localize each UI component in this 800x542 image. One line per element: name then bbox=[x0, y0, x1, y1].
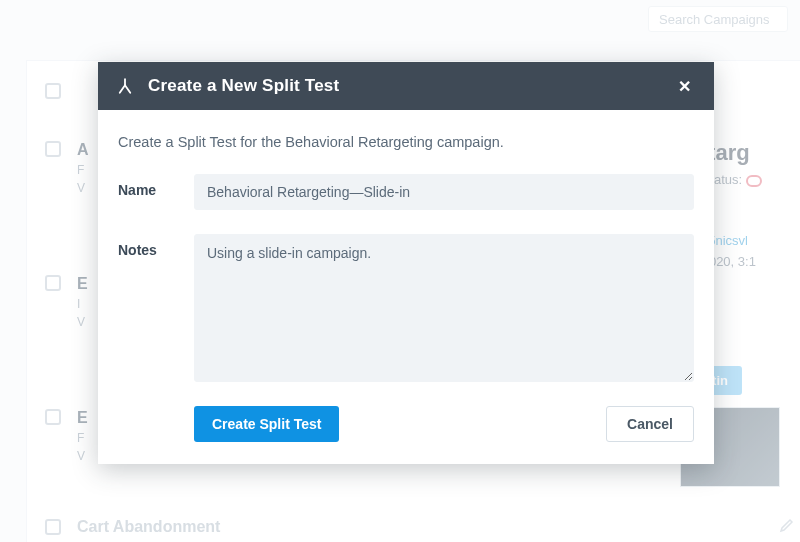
modal-actions: Create Split Test Cancel bbox=[118, 406, 694, 442]
modal-header: Create a New Split Test ✕ bbox=[98, 62, 714, 110]
close-button[interactable]: ✕ bbox=[672, 74, 696, 98]
notes-label: Notes bbox=[118, 234, 172, 258]
notes-textarea[interactable]: Using a slide-in campaign. bbox=[194, 234, 694, 382]
name-input[interactable] bbox=[194, 174, 694, 210]
form-row-name: Name bbox=[118, 174, 694, 210]
cancel-button[interactable]: Cancel bbox=[606, 406, 694, 442]
form-row-notes: Notes Using a slide-in campaign. bbox=[118, 234, 694, 382]
split-test-icon bbox=[116, 77, 134, 95]
create-split-test-modal: Create a New Split Test ✕ Create a Split… bbox=[98, 62, 714, 464]
name-label: Name bbox=[118, 174, 172, 198]
modal-title: Create a New Split Test bbox=[148, 76, 339, 96]
modal-description: Create a Split Test for the Behavioral R… bbox=[118, 134, 694, 150]
modal-body: Create a Split Test for the Behavioral R… bbox=[98, 110, 714, 464]
create-split-test-button[interactable]: Create Split Test bbox=[194, 406, 339, 442]
close-icon: ✕ bbox=[678, 77, 691, 96]
